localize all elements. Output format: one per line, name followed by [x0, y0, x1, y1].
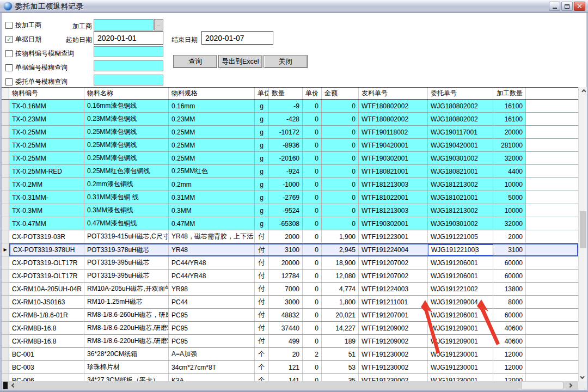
cell-issue_no[interactable]: WTF190420001 [359, 139, 428, 152]
cell-unit[interactable]: g [255, 204, 269, 217]
cell-code[interactable]: CX-POT3319-03R [9, 230, 84, 243]
cell-commission_no[interactable]: WJG191209004 [428, 296, 493, 309]
cell-code[interactable]: TX-0.2MM [9, 178, 84, 191]
cell-price[interactable]: 0 [303, 217, 322, 230]
cell-amount[interactable]: 51 [322, 348, 359, 361]
cell-code[interactable]: TX-0.25MM [9, 152, 84, 165]
cell-name[interactable]: RM8-1/8.6-220uH磁芯,研磨双 [84, 335, 169, 348]
cell-qty[interactable]: -10172 [269, 126, 303, 139]
cell-commission_no[interactable]: WJG190117001 [428, 126, 493, 139]
cell-commission_no[interactable]: WJG181021001 [428, 191, 493, 204]
cell-unit[interactable]: g [255, 152, 269, 165]
cell-proc_qty[interactable]: 3100 [493, 244, 526, 255]
export-excel-button[interactable]: 导出到Excel [218, 55, 262, 68]
cell-spec[interactable]: 0.25MM [169, 152, 255, 165]
cell-commission_no[interactable]: WJG181213002 [428, 178, 493, 191]
row-selector[interactable] [2, 270, 9, 283]
cell-qty[interactable]: -8936 [269, 139, 303, 152]
cell-unit[interactable]: 付 [255, 256, 269, 270]
column-header-commission_no[interactable]: 委托单号 [428, 88, 493, 99]
row-selector[interactable] [2, 361, 9, 374]
cell-proc_qty[interactable]: 2000 [493, 230, 526, 243]
cell-issue_no[interactable]: WTF180802002 [359, 113, 428, 126]
cell-amount[interactable]: 0 [322, 126, 359, 139]
cell-qty[interactable]: -2769 [269, 191, 303, 204]
cell-issue_no[interactable]: WTF191230002 [359, 348, 428, 361]
cell-qty[interactable]: -9 [269, 100, 303, 113]
cell-code[interactable]: TX-0.47MM [9, 217, 84, 230]
cell-unit[interactable]: 付 [255, 322, 269, 335]
column-header-issue_no[interactable]: 发料单号 [359, 88, 428, 99]
cell-name[interactable]: POT3319-415uH磁芯,C尺寸 [84, 230, 169, 243]
row-selector[interactable] [2, 309, 9, 322]
commission-no-edit-cell[interactable]: WJG191221003 [428, 244, 493, 255]
cell-qty[interactable]: -9524 [269, 204, 303, 217]
cell-qty[interactable]: 2000 [269, 230, 303, 243]
cell-spec[interactable]: PC95 [169, 322, 255, 335]
cell-proc_qty[interactable]: 32000 [493, 217, 526, 230]
cell-spec[interactable]: 0.47MM [169, 217, 255, 230]
cell-spec[interactable]: K3A [169, 374, 255, 381]
cell-issue_no[interactable]: WTF191223001 [359, 230, 428, 243]
cell-issue_no[interactable]: WTF191207001 [359, 309, 428, 322]
scroll-right-button[interactable] [566, 381, 574, 390]
horizontal-scrollbar[interactable] [2, 381, 578, 390]
cell-price[interactable]: 0 [303, 204, 322, 217]
cell-commission_no[interactable]: WJG191206001 [428, 270, 493, 283]
cell-code[interactable]: TX-0.16MM [9, 100, 84, 113]
cell-qty[interactable]: 20 [269, 348, 303, 361]
cell-unit[interactable]: g [255, 126, 269, 139]
cell-spec[interactable]: PC95 [169, 335, 255, 348]
row-selector[interactable] [2, 100, 9, 113]
cell-name[interactable]: RM8-1/8.6-220uH磁芯,研磨双 [84, 322, 169, 335]
cell-name[interactable]: 珍珠棉片材 [84, 361, 169, 374]
cell-amount[interactable]: 0 [322, 204, 359, 217]
cell-name[interactable]: 0.25MM红色漆包铜线 [84, 165, 169, 178]
cell-issue_no[interactable]: WTF191207002 [359, 256, 428, 270]
cell-unit[interactable]: g [255, 165, 269, 178]
cell-amount[interactable]: 0 [322, 152, 359, 165]
cell-code[interactable]: BC-003 [9, 361, 84, 374]
cell-code[interactable]: CX-RM8B-16.8 [9, 335, 84, 348]
cell-commission_no[interactable]: WJG190301002 [428, 152, 493, 165]
query-button[interactable]: 查询 [173, 55, 217, 68]
cell-issue_no[interactable]: WTF191209002 [359, 322, 428, 335]
cell-spec[interactable]: PC44/YR48 [169, 256, 255, 270]
cell-unit[interactable]: 个 [255, 374, 269, 381]
minimize-button[interactable] [549, 2, 560, 11]
horizontal-scrollbar-thumb[interactable] [521, 382, 564, 389]
cell-issue_no[interactable]: WTF191230002 [359, 361, 428, 374]
scroll-left-button[interactable] [9, 381, 18, 390]
cell-price[interactable]: 2 [303, 348, 322, 361]
cell-issue_no[interactable]: WTF190118002 [359, 126, 428, 139]
cell-spec[interactable]: YR48，磁芯需背胶，上下活 [169, 230, 255, 243]
cell-commission_no[interactable]: WJG190301002 [428, 217, 493, 230]
cell-commission_no[interactable]: WJG191230001 [428, 374, 493, 381]
row-selector[interactable] [2, 335, 9, 348]
cell-amount[interactable]: 12,080 [322, 270, 359, 283]
column-header-unit[interactable]: 单位 [255, 88, 269, 99]
cell-qty[interactable]: 3000 [269, 296, 303, 309]
cell-qty[interactable]: -428 [269, 113, 303, 126]
row-selector[interactable] [2, 139, 9, 152]
cell-qty[interactable]: 3100 [269, 244, 303, 255]
close-button[interactable]: ✕ [574, 2, 585, 11]
cell-proc_qty[interactable]: 5000 [493, 191, 526, 204]
cell-amount[interactable]: 1,800 [322, 296, 359, 309]
column-header-price[interactable]: 单价 [303, 88, 322, 99]
cell-price[interactable]: 0 [303, 374, 322, 381]
cell-price[interactable]: 0 [303, 296, 322, 309]
cell-qty[interactable]: 12784 [269, 270, 303, 283]
cell-amount[interactable]: 2,945 [322, 244, 359, 255]
cell-qty[interactable]: 37440 [269, 322, 303, 335]
cell-unit[interactable]: 付 [255, 283, 269, 296]
cell-commission_no[interactable]: WJG191209001 [428, 322, 493, 335]
cell-qty[interactable]: -65308 [269, 217, 303, 230]
cell-name[interactable]: 0.3MM漆包铜线 [84, 204, 169, 217]
cell-amount[interactable]: 18,900 [322, 256, 359, 270]
cell-amount[interactable]: 14,227 [322, 322, 359, 335]
cell-code[interactable]: TX-0.25MM [9, 126, 84, 139]
cell-unit[interactable]: g [255, 113, 269, 126]
cell-name[interactable]: 0.16mm漆包铜线 [84, 100, 169, 113]
row-selector[interactable] [2, 322, 9, 335]
